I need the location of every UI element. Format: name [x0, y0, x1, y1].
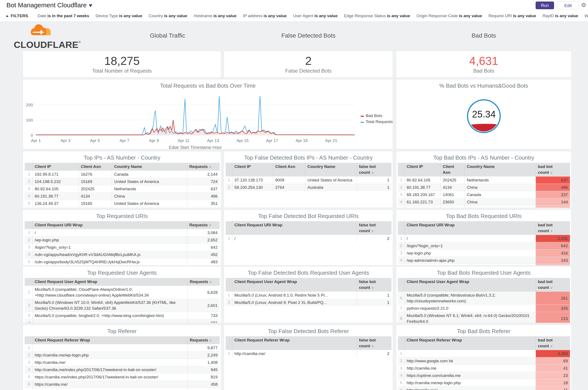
column-header[interactable]: false bot count∨ — [357, 221, 392, 235]
row-number: 6 — [398, 387, 404, 390]
row-number: 2 — [398, 357, 404, 365]
sort-desc-icon[interactable]: ∨ — [550, 286, 553, 290]
cell-uri: /wp-login.php — [404, 249, 536, 257]
svg-text:Apr 5: Apr 5 — [90, 138, 100, 143]
card-title: Top Bad Bots IPs - AS Number - Country — [396, 151, 571, 163]
row-number: 1 — [25, 229, 32, 237]
cell-ref: http://camilia.me/index.php/2017/05/14/h… — [32, 388, 188, 390]
data-table: Client Request URI Wrapbad bot count∨1/2… — [398, 221, 570, 265]
cell-value: 1 — [357, 299, 392, 306]
filter-item[interactable]: User Agent is any value — [293, 13, 338, 18]
cell-ip: 80.82.64.105 — [404, 177, 441, 184]
column-header[interactable]: Requests∨ — [187, 221, 220, 229]
column-header[interactable]: Client Request User Agent Wrap — [32, 278, 188, 286]
filter-item[interactable]: Request URI is any value — [489, 13, 536, 18]
column-header[interactable]: Client IP — [404, 163, 441, 177]
cell-country: United States of America — [305, 177, 357, 184]
row-number: 5 — [398, 206, 404, 208]
svg-text:Total Requests: Total Requests — [366, 119, 393, 124]
column-header[interactable]: Client Asn — [273, 163, 305, 177]
edit-button[interactable]: Edit — [557, 1, 579, 9]
sort-desc-icon[interactable]: ∨ — [371, 229, 374, 233]
cell-value: 483 — [187, 258, 220, 266]
column-header[interactable]: bad bot count∨ — [536, 278, 570, 292]
row-number-header — [398, 278, 404, 292]
column-header[interactable]: Client IP — [32, 163, 79, 171]
column-header[interactable]: bad bot count∨ — [536, 221, 570, 235]
column-header[interactable]: Requests∨ — [188, 278, 220, 286]
table-row: 259.100.254.1302764Australia1 — [226, 184, 392, 191]
legend-item[interactable]: Bad Bots — [361, 113, 382, 118]
filter-item[interactable]: RayID is any value — [542, 13, 578, 18]
column-header[interactable]: false bot count∨ — [357, 163, 392, 177]
table-row: 6Mozilla/5.0 (compatible; Nimbostratus-B… — [398, 292, 570, 305]
column-header[interactable]: Client Request URI Wrap — [32, 221, 187, 229]
filter-item[interactable]: Edge Response Status is any value — [344, 13, 410, 18]
cell-country: Netherlands — [112, 185, 187, 193]
column-header[interactable]: Requests∨ — [188, 336, 220, 344]
column-header[interactable]: Country Name — [465, 163, 536, 177]
sort-desc-icon[interactable]: ∨ — [550, 344, 553, 348]
column-header[interactable]: Client Request Referer Wrap — [404, 336, 536, 350]
column-header[interactable]: Client Request Referer Wrap — [232, 336, 357, 350]
sort-desc-icon[interactable]: ∨ — [209, 165, 211, 169]
table-row: 2Mozilla/5.0 (Windows NT 10.0; Win64; x6… — [25, 299, 220, 312]
column-header[interactable]: Client IP — [232, 163, 273, 177]
column-header[interactable]: Client Asn — [441, 163, 465, 177]
kpi-tile-bad-bots: 4,631 Bad Bots — [396, 51, 572, 78]
cell-asn: 16276 — [79, 171, 112, 178]
column-header[interactable]: Client Request URI Wrap — [404, 221, 536, 235]
column-header[interactable]: false bot count∨ — [357, 278, 392, 292]
row-number-header — [398, 221, 404, 235]
card-title: Top Referer — [23, 325, 221, 336]
filter-item[interactable]: Origin Response Code is any value — [416, 13, 482, 18]
table-row: 14,359 — [398, 350, 570, 357]
table-row: 3/wp-login.php416 — [398, 249, 570, 257]
cell-ua: python-requests/2.21.0 — [404, 305, 536, 312]
svg-text:Apr 1: Apr 1 — [31, 138, 41, 143]
filters-expand-icon[interactable]: ▶ — [6, 14, 9, 18]
sort-desc-icon[interactable]: ∨ — [371, 171, 374, 174]
row-number-header — [226, 278, 232, 292]
sort-desc-icon[interactable]: ∨ — [209, 223, 211, 227]
column-header[interactable]: Country Name — [112, 163, 187, 171]
legend-item[interactable]: Total Requests — [361, 119, 393, 124]
table-row: 7python-requests/2.21.0245 — [398, 305, 570, 312]
column-header[interactable]: bad bot count∨ — [536, 163, 570, 177]
row-number: 1 — [226, 235, 232, 242]
sort-desc-icon[interactable]: ∨ — [209, 280, 212, 284]
column-header[interactable]: Client Request User Agent Wrap — [404, 278, 536, 292]
filter-item[interactable]: Device Type is any value — [96, 13, 142, 18]
column-header[interactable]: Client Asn — [79, 163, 112, 171]
filter-item[interactable]: Worker Subrequest is... — [585, 13, 588, 18]
filter-item[interactable]: Hostname is any value — [194, 13, 237, 18]
table-row: 4681 — [25, 319, 220, 323]
filters-label[interactable]: FILTERS — [11, 13, 28, 18]
column-header[interactable]: bad bot count∨ — [536, 336, 570, 350]
filter-item[interactable]: Country is any value — [148, 13, 187, 18]
row-number: 2 — [226, 299, 232, 306]
cell-value: 243 — [536, 257, 570, 264]
timeseries-chart[interactable]: 0100200Apr 1Apr 3Apr 5Apr 7Apr 9Apr 11Ap… — [23, 91, 393, 149]
column-header[interactable]: false bot count∨ — [357, 336, 392, 350]
column-header[interactable]: Country Name — [305, 163, 357, 177]
filters-list: Date is in the past 7 weeksDevice Type i… — [38, 13, 588, 18]
data-table: Client Request Referer Wrapbad bot count… — [398, 336, 570, 390]
filter-item[interactable]: IP address is any value — [243, 13, 287, 18]
gauge-chart[interactable]: 25.34 — [396, 91, 571, 149]
sort-desc-icon[interactable]: ∨ — [550, 229, 553, 233]
sort-desc-icon[interactable]: ∨ — [550, 171, 553, 174]
column-header[interactable]: Client Request URI Wrap — [232, 221, 357, 235]
cell-country — [465, 206, 536, 208]
gear-icon[interactable]: ⚙ — [581, 2, 586, 9]
sort-desc-icon[interactable]: ∨ — [371, 344, 374, 348]
column-header[interactable]: Client Request Referer Wrap — [32, 336, 188, 344]
run-button[interactable]: Run — [536, 1, 554, 9]
column-header[interactable]: Client Request User Agent Wrap — [232, 278, 357, 292]
cell-ip: 68.183.200.167 — [404, 191, 441, 198]
filter-item[interactable]: Date is in the past 7 weeks — [38, 13, 89, 18]
column-header[interactable]: Requests∨ — [187, 163, 220, 171]
sort-desc-icon[interactable]: ∨ — [371, 286, 374, 290]
sort-desc-icon[interactable]: ∨ — [209, 339, 212, 342]
cell-asn: 19165 — [79, 200, 112, 207]
